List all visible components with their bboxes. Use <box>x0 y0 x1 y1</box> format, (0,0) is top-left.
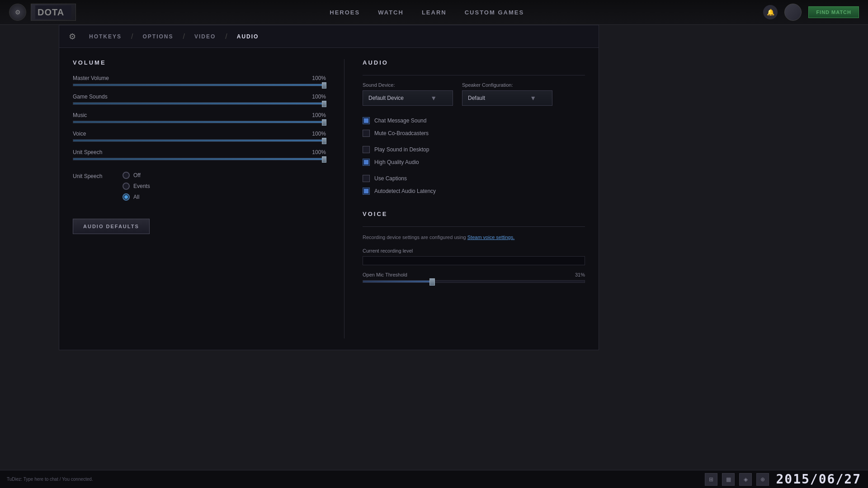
tab-audio[interactable]: AUDIO <box>233 31 263 42</box>
game-sounds-fill <box>73 103 326 104</box>
game-sounds-thumb[interactable] <box>322 101 326 107</box>
sound-device-arrow: ▼ <box>430 94 437 102</box>
bottom-icon-2[interactable]: ▦ <box>722 473 735 486</box>
speaker-config-label: Speaker Configuration: <box>462 82 552 88</box>
tab-separator-3: / <box>225 33 227 41</box>
music-fill <box>73 121 326 123</box>
master-volume-pct: 100% <box>312 75 326 81</box>
steam-voice-settings-link[interactable]: Steam voice settings. <box>467 235 515 240</box>
unit-speech-off[interactable]: Off <box>123 172 150 179</box>
notification-icon[interactable]: 🔔 <box>763 5 778 19</box>
unit-speech-fill <box>73 158 326 160</box>
use-captions-label: Use Captions <box>374 175 407 182</box>
chat-message-sound-checkbox[interactable] <box>363 117 370 124</box>
sound-device-dropdown[interactable]: Default Device ▼ <box>363 90 453 106</box>
master-volume-row: Master Volume 100% <box>73 75 326 86</box>
unit-speech-events[interactable]: Events <box>123 183 150 190</box>
voice-thumb[interactable] <box>322 138 326 144</box>
volume-section: VOLUME Master Volume 100% Game Sounds 10… <box>73 59 326 338</box>
unit-speech-slider-label: Unit Speech <box>73 149 102 155</box>
master-volume-label: Master Volume <box>73 75 109 81</box>
mute-co-broadcasters-item[interactable]: Mute Co-Broadcasters <box>363 130 585 137</box>
game-sounds-track[interactable] <box>73 102 326 105</box>
unit-speech-all[interactable]: All <box>123 193 150 201</box>
nav-heroes[interactable]: HEROES <box>330 7 360 18</box>
settings-icon[interactable]: ⚙ <box>9 4 26 21</box>
gear-icon: ⚙ <box>66 30 79 43</box>
speaker-config-arrow: ▼ <box>530 94 536 102</box>
autodetect-audio-latency-checkbox[interactable] <box>363 188 370 195</box>
voice-pct: 100% <box>312 131 326 137</box>
bottom-icon-4[interactable]: ⊕ <box>756 473 769 486</box>
use-captions-checkbox[interactable] <box>363 175 370 182</box>
high-quality-audio-item[interactable]: High Quality Audio <box>363 159 585 166</box>
nav-custom-games[interactable]: CUSTOM GAMES <box>465 7 524 18</box>
use-captions-item[interactable]: Use Captions <box>363 175 585 182</box>
master-volume-fill <box>73 84 326 86</box>
find-match-button[interactable]: FIND MATCH <box>808 6 859 18</box>
bottom-right-area: ⊞ ▦ ◈ ⊕ 2015/06/27 <box>705 472 861 487</box>
master-volume-track[interactable] <box>73 84 326 86</box>
speaker-config-dropdown[interactable]: Default ▼ <box>462 90 552 106</box>
sound-device-value: Default Device <box>368 95 404 101</box>
voice-divider <box>363 226 585 227</box>
dota-logo: DOTA <box>31 4 76 21</box>
speaker-config-group: Speaker Configuration: Default ▼ <box>462 82 552 106</box>
device-dropdowns-row: Sound Device: Default Device ▼ Speaker C… <box>363 82 585 106</box>
avatar[interactable] <box>784 4 802 21</box>
mic-threshold-pct: 31% <box>575 272 585 277</box>
high-quality-audio-label: High Quality Audio <box>374 159 419 165</box>
unit-speech-thumb[interactable] <box>322 156 326 163</box>
tab-separator-2: / <box>183 33 184 41</box>
unit-speech-radio-label: Unit Speech <box>73 172 113 179</box>
unit-speech-slider-pct: 100% <box>312 149 326 155</box>
sound-device-group: Sound Device: Default Device ▼ <box>363 82 453 106</box>
logo-area: ⚙ DOTA <box>9 4 90 21</box>
game-sounds-row: Game Sounds 100% <box>73 94 326 105</box>
unit-speech-radio-group: Off Events All <box>123 172 150 201</box>
chat-message-sound-item[interactable]: Chat Message Sound <box>363 117 585 124</box>
autodetect-audio-latency-item[interactable]: Autodetect Audio Latency <box>363 188 585 195</box>
music-label: Music <box>73 112 87 118</box>
unit-speech-off-radio[interactable] <box>123 172 130 179</box>
master-volume-thumb[interactable] <box>322 82 326 89</box>
high-quality-audio-checkbox[interactable] <box>363 159 370 166</box>
voice-label: Voice <box>73 131 86 137</box>
audio-divider <box>363 75 585 75</box>
unit-speech-all-radio[interactable] <box>123 193 130 201</box>
tab-video[interactable]: VIDEO <box>191 31 219 42</box>
mute-co-broadcasters-checkbox[interactable] <box>363 130 370 137</box>
settings-content: VOLUME Master Volume 100% Game Sounds 10… <box>59 48 599 350</box>
bottom-icon-3[interactable]: ◈ <box>739 473 752 486</box>
tab-hotkeys[interactable]: HOTKEYS <box>85 31 125 42</box>
voice-section-title: VOICE <box>363 211 585 217</box>
volume-section-title: VOLUME <box>73 59 326 66</box>
autodetect-audio-latency-label: Autodetect Audio Latency <box>374 188 436 194</box>
music-thumb[interactable] <box>322 119 326 126</box>
unit-speech-all-radio-inner <box>124 195 128 199</box>
bottom-bar: TuDiez: Type here to chat / You connecte… <box>0 470 868 488</box>
svg-text:DOTA: DOTA <box>38 7 64 17</box>
mic-threshold-row: Open Mic Threshold 31% <box>363 272 585 277</box>
unit-speech-events-radio[interactable] <box>123 183 130 190</box>
audio-defaults-button[interactable]: AUDIO DEFAULTS <box>73 219 150 234</box>
voice-section: VOICE Recording device settings are conf… <box>363 204 585 283</box>
nav-learn[interactable]: LEARN <box>422 7 447 18</box>
mic-threshold-thumb[interactable] <box>429 278 435 286</box>
music-pct: 100% <box>312 112 326 118</box>
mic-threshold-fill <box>363 281 432 282</box>
mic-threshold-label: Open Mic Threshold <box>363 272 407 277</box>
voice-track[interactable] <box>73 139 326 142</box>
play-sound-desktop-item[interactable]: Play Sound in Desktop <box>363 146 585 153</box>
unit-speech-track[interactable] <box>73 158 326 160</box>
tab-options[interactable]: OPTIONS <box>139 31 177 42</box>
play-sound-desktop-checkbox[interactable] <box>363 146 370 153</box>
mic-threshold-track[interactable] <box>363 280 585 283</box>
nav-watch[interactable]: WATCH <box>378 7 404 18</box>
unit-speech-off-label: Off <box>133 172 141 178</box>
play-sound-desktop-label: Play Sound in Desktop <box>374 146 429 153</box>
music-track[interactable] <box>73 121 326 123</box>
bottom-icon-1[interactable]: ⊞ <box>705 473 717 486</box>
unit-speech-radio-section: Unit Speech Off Events All <box>73 172 326 201</box>
unit-speech-all-label: All <box>133 194 139 200</box>
